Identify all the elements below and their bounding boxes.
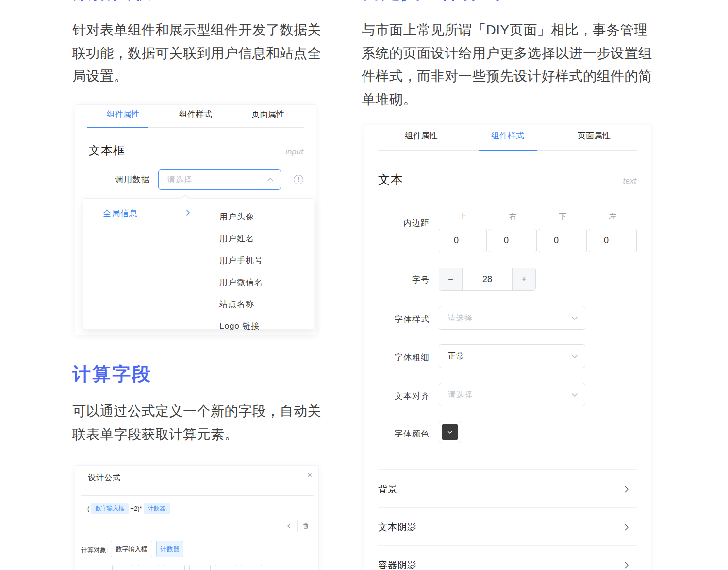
panel-title: 文本 xyxy=(378,171,403,187)
select-value: 正常 xyxy=(448,345,464,368)
intro-paragraph-data-link: 针对表单组件和展示型组件开发了数据关联功能，数据可关联到用户信息和站点全局设置。 xyxy=(72,18,325,88)
chevron-right-icon xyxy=(184,209,191,216)
info-icon[interactable]: ! xyxy=(294,175,303,184)
calc-target-label: 计算对象: xyxy=(81,546,108,554)
operator-minus-button[interactable]: - xyxy=(138,565,159,570)
tab-page-properties[interactable]: 页面属性 xyxy=(232,105,304,128)
formula-chip-counter[interactable]: 计数器 xyxy=(144,503,170,514)
data-source-dropdown: 全局信息 用户头像 用户姓名 用户手机号 用户微信名 站点名称 Logo 链接 xyxy=(83,198,314,329)
formula-expression: ( 数字输入框 +2)* 计数器 xyxy=(87,503,171,514)
operator-plus-button[interactable]: + xyxy=(112,565,133,570)
chevron-down-icon xyxy=(571,391,578,398)
section-text-shadow[interactable]: 文本阴影 xyxy=(378,508,637,546)
padding-top-header: 上 xyxy=(439,212,487,224)
component-type-tag: text xyxy=(623,176,636,186)
panel-tabs: 组件属性 组件样式 页面属性 xyxy=(87,105,304,128)
intro-paragraph-calculated-field: 可以通过公式定义一个新的字段，自动关联表单字段获取计算元素。 xyxy=(72,400,325,446)
decrease-font-size-button[interactable]: − xyxy=(439,268,463,290)
color-swatch xyxy=(442,424,458,440)
font-weight-select[interactable]: 正常 xyxy=(439,344,585,368)
formula-middle-text: +2)* xyxy=(130,505,142,512)
section-label: 文本阴影 xyxy=(378,522,417,532)
section-heading-custom-style: 自定义组件样式 xyxy=(362,0,565,4)
padding-right-header: 右 xyxy=(489,212,537,224)
operator-multiply-button[interactable]: * xyxy=(164,565,185,570)
padding-left-header: 左 xyxy=(589,212,637,224)
tab-component-style[interactable]: 组件样式 xyxy=(159,105,232,128)
tab-component-properties[interactable]: 组件属性 xyxy=(87,105,159,128)
chevron-down-icon xyxy=(571,315,578,321)
padding-left-input[interactable]: 0 xyxy=(589,229,637,252)
section-container-shadow[interactable]: 容器阴影 xyxy=(378,546,637,570)
font-style-label: 字体样式 xyxy=(364,314,430,325)
backspace-button[interactable] xyxy=(281,520,297,532)
close-icon[interactable]: × xyxy=(307,470,312,480)
select-placeholder: 请选择 xyxy=(448,383,473,406)
font-style-select[interactable]: 请选择 xyxy=(439,306,585,330)
font-size-stepper: − 28 + xyxy=(439,268,536,291)
chevron-down-icon xyxy=(447,429,453,435)
font-color-picker[interactable] xyxy=(439,421,461,443)
dropdown-category-global-info[interactable]: 全局信息 xyxy=(103,206,138,221)
section-background[interactable]: 背景 xyxy=(378,470,637,508)
select-placeholder: 请选择 xyxy=(448,306,473,329)
active-tab-indicator xyxy=(479,150,537,151)
dropdown-divider xyxy=(199,199,199,329)
formula-open-paren: ( xyxy=(87,505,89,512)
panel-title: 文本框 xyxy=(89,143,125,158)
modal-title: 设计公式 xyxy=(88,473,121,483)
operator-close-paren-button[interactable]: ) xyxy=(241,565,262,570)
select-placeholder: 请选择 xyxy=(167,170,192,189)
tab-component-properties[interactable]: 组件属性 xyxy=(378,125,464,151)
formula-toolbar xyxy=(281,520,314,532)
target-chip-counter[interactable]: 计数器 xyxy=(156,541,183,557)
operator-buttons: + - * / ( ) xyxy=(112,565,262,570)
padding-right-input[interactable]: 0 xyxy=(489,229,537,252)
trash-icon[interactable] xyxy=(297,520,314,532)
tab-page-properties[interactable]: 页面属性 xyxy=(551,125,637,151)
dropdown-item-user-wechat[interactable]: 用户微信名 xyxy=(219,271,263,293)
call-data-select[interactable]: 请选择 xyxy=(158,169,281,190)
section-label: 背景 xyxy=(378,484,397,494)
padding-label: 内边距 xyxy=(364,218,430,229)
section-heading-data-link: 数据关联 xyxy=(73,0,238,4)
dropdown-item-logo-link[interactable]: Logo 链接 xyxy=(219,315,263,337)
operator-divide-button[interactable]: / xyxy=(189,565,211,570)
formula-chip-number-input[interactable]: 数字输入框 xyxy=(91,503,129,514)
padding-bottom-header: 下 xyxy=(539,212,587,224)
font-weight-label: 字体粗细 xyxy=(364,352,430,363)
text-align-label: 文本对齐 xyxy=(364,390,430,402)
design-formula-modal: 设计公式 × ( 数字输入框 +2)* 计数器 计算对象: 数字输入框 计数器 xyxy=(75,465,319,570)
dropdown-item-user-name[interactable]: 用户姓名 xyxy=(219,228,263,250)
dropdown-item-site-name[interactable]: 站点名称 xyxy=(219,293,263,315)
dropdown-caret xyxy=(182,195,189,202)
active-tab-indicator xyxy=(87,127,148,128)
font-size-label: 字号 xyxy=(364,274,430,285)
padding-inputs: 上 0 右 0 下 0 左 0 xyxy=(439,212,639,252)
chevron-right-icon xyxy=(623,486,630,493)
font-size-value[interactable]: 28 xyxy=(463,268,512,290)
operator-open-paren-button[interactable]: ( xyxy=(215,565,236,570)
chevron-down-icon xyxy=(571,353,578,360)
text-align-select[interactable]: 请选择 xyxy=(439,383,585,406)
dropdown-item-user-avatar[interactable]: 用户头像 xyxy=(219,206,263,228)
padding-bottom-input[interactable]: 0 xyxy=(539,229,587,252)
increase-font-size-button[interactable]: + xyxy=(512,268,535,290)
call-data-label: 调用数据 xyxy=(75,169,150,190)
component-properties-panel: 组件属性 组件样式 页面属性 文本框 input 调用数据 请选择 ! 全局信息… xyxy=(75,104,316,335)
padding-top-input[interactable]: 0 xyxy=(439,229,487,252)
chevron-right-icon xyxy=(623,561,630,569)
section-label: 容器阴影 xyxy=(378,560,417,570)
font-color-label: 字体颜色 xyxy=(364,428,430,439)
target-chip-number-input[interactable]: 数字输入框 xyxy=(111,541,152,557)
panel-tabs: 组件属性 组件样式 页面属性 xyxy=(378,125,637,151)
intro-paragraph-custom-style: 与市面上常见所谓「DIY页面」相比，事务管理系统的页面设计给用户更多选择以进一步… xyxy=(362,18,658,111)
formula-editor[interactable]: ( 数字输入框 +2)* 计数器 xyxy=(81,495,314,532)
dropdown-item-user-phone[interactable]: 用户手机号 xyxy=(219,250,263,271)
tab-component-style[interactable]: 组件样式 xyxy=(464,125,551,151)
section-heading-calculated-field: 计算字段 xyxy=(72,362,152,386)
component-style-panel: 组件属性 组件样式 页面属性 文本 text 内边距 上 0 右 0 下 0 左… xyxy=(364,125,651,570)
chevron-up-icon xyxy=(267,176,274,183)
component-type-tag: input xyxy=(285,147,303,157)
dropdown-item-list: 用户头像 用户姓名 用户手机号 用户微信名 站点名称 Logo 链接 xyxy=(219,206,263,337)
